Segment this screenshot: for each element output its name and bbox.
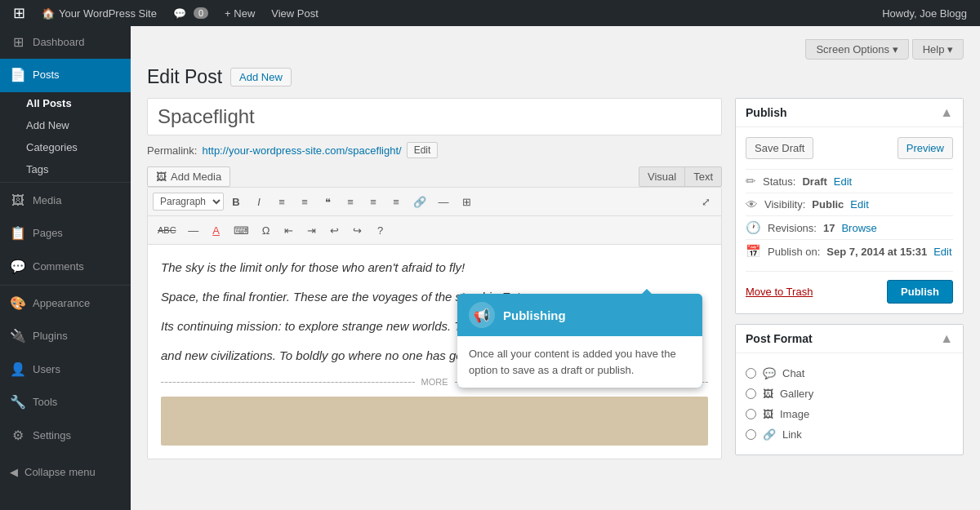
indent-button[interactable]: ⇥ bbox=[301, 220, 323, 241]
format-radio-gallery[interactable] bbox=[746, 388, 756, 399]
comments-link[interactable]: 💬 0 bbox=[167, 0, 215, 26]
sidebar-item-tools[interactable]: 🔧 Tools bbox=[0, 386, 131, 419]
editor-area: Permalink: http://your-wordpress-site.co… bbox=[147, 98, 722, 459]
screen-options-button[interactable]: Screen Options ▾ bbox=[805, 39, 908, 60]
format-option-link: 🔗 Link bbox=[746, 424, 953, 445]
more-button[interactable]: — bbox=[433, 191, 454, 212]
site-name-link[interactable]: 🏠 Your WordPress Site bbox=[35, 0, 163, 26]
paragraph-select[interactable]: Paragraph bbox=[153, 193, 224, 211]
format-radio-image[interactable] bbox=[746, 409, 756, 419]
users-icon: 👤 bbox=[10, 361, 26, 379]
format-radio-link[interactable] bbox=[746, 429, 756, 440]
sidebar-item-dashboard[interactable]: ⊞ Dashboard bbox=[0, 26, 131, 59]
comments-sidebar-icon: 💬 bbox=[10, 258, 26, 276]
tooltip-title: Publishing bbox=[503, 308, 566, 322]
sidebar-item-appearance[interactable]: 🎨 Appearance bbox=[0, 287, 131, 320]
permalink-label: Permalink: bbox=[147, 144, 197, 157]
fullscreen-button[interactable]: ⤢ bbox=[695, 191, 716, 212]
view-post-link[interactable]: View Post bbox=[265, 0, 325, 26]
tools-icon: 🔧 bbox=[10, 393, 26, 411]
revisions-icon: 🕐 bbox=[746, 220, 761, 235]
screen-options-bar: Screen Options ▾ Help ▾ bbox=[147, 39, 964, 60]
italic-button[interactable]: I bbox=[248, 191, 270, 212]
align-right-button[interactable]: ≡ bbox=[385, 191, 407, 212]
format-metabox-header[interactable]: Post Format ▲ bbox=[736, 325, 963, 353]
visibility-row: 👁 Visibility: Public Edit bbox=[746, 193, 953, 215]
format-gallery-icon: 🖼 bbox=[763, 388, 773, 400]
undo-button[interactable]: ↩ bbox=[324, 220, 345, 241]
revisions-browse-link[interactable]: Browse bbox=[841, 222, 876, 234]
sidebar-item-settings[interactable]: ⚙ Settings bbox=[0, 419, 131, 452]
visual-text-tabs: Visual Text bbox=[639, 166, 722, 187]
home-icon: 🏠 bbox=[42, 7, 55, 20]
unordered-list-button[interactable]: ≡ bbox=[271, 191, 292, 212]
status-value: Draft bbox=[802, 175, 826, 188]
format-chat-icon: 💬 bbox=[763, 367, 776, 379]
paste-text-button[interactable]: ⌨ bbox=[229, 220, 254, 241]
visibility-edit-link[interactable]: Edit bbox=[850, 198, 868, 211]
calendar-icon: 📅 bbox=[746, 244, 761, 259]
format-metabox-title: Post Format bbox=[746, 332, 813, 345]
help-editor-button[interactable]: ? bbox=[370, 220, 391, 241]
sidebar-subitem-tags[interactable]: Tags bbox=[0, 158, 131, 180]
strikethrough-button[interactable]: ABC bbox=[153, 220, 181, 241]
format-toggle-icon: ▲ bbox=[940, 331, 953, 346]
layout: ⊞ Dashboard 📄 Posts All Posts Add New Ca… bbox=[0, 26, 980, 510]
sidebar-item-media[interactable]: 🖼 Media bbox=[0, 184, 131, 217]
text-color-button[interactable]: A bbox=[206, 220, 227, 241]
new-content-link[interactable]: + New bbox=[218, 0, 261, 26]
help-button[interactable]: Help ▾ bbox=[912, 39, 964, 60]
admin-bar: ⊞ 🏠 Your WordPress Site 💬 0 + New View P… bbox=[0, 0, 980, 26]
sidebar-subitem-categories[interactable]: Categories bbox=[0, 136, 131, 158]
collapse-icon: ◀ bbox=[10, 466, 18, 478]
move-to-trash-button[interactable]: Move to Trash bbox=[746, 286, 813, 298]
ordered-list-button[interactable]: ≡ bbox=[294, 191, 315, 212]
sidebar-item-users[interactable]: 👤 Users bbox=[0, 353, 131, 386]
status-icon: ✏ bbox=[746, 174, 756, 188]
publish-actions-top: Save Draft Preview bbox=[746, 137, 953, 159]
sidebar-item-pages[interactable]: 📋 Pages bbox=[0, 217, 131, 250]
settings-icon: ⚙ bbox=[10, 427, 26, 445]
permalink-edit-button[interactable]: Edit bbox=[407, 142, 439, 158]
outdent-button[interactable]: ⇤ bbox=[278, 220, 300, 241]
toolbar-toggle-button[interactable]: ⊞ bbox=[456, 191, 477, 212]
pages-icon: 📋 bbox=[10, 224, 26, 242]
blockquote-button[interactable]: ❝ bbox=[317, 191, 338, 212]
bold-button[interactable]: B bbox=[225, 191, 247, 212]
redo-button[interactable]: ↪ bbox=[347, 220, 368, 241]
add-new-button[interactable]: Add New bbox=[230, 68, 292, 86]
collapse-menu[interactable]: ◀ Collapse menu bbox=[0, 459, 131, 486]
publish-on-value: Sep 7, 2014 at 15:31 bbox=[826, 246, 927, 258]
publish-metabox-header[interactable]: Publish ▲ bbox=[736, 99, 963, 127]
horizontal-rule-button[interactable]: — bbox=[183, 220, 204, 241]
add-media-button[interactable]: 🖼 Add Media bbox=[147, 166, 230, 187]
format-option-image: 🖼 Image bbox=[746, 404, 953, 424]
sidebar-subitem-add-new[interactable]: Add New bbox=[0, 114, 131, 136]
link-button[interactable]: 🔗 bbox=[408, 191, 431, 212]
align-left-button[interactable]: ≡ bbox=[340, 191, 361, 212]
comment-icon: 💬 bbox=[173, 7, 186, 20]
sidebar-subitem-all-posts[interactable]: All Posts bbox=[0, 92, 131, 114]
content-area: Permalink: http://your-wordpress-site.co… bbox=[147, 98, 964, 465]
publish-button[interactable]: Publish bbox=[887, 280, 953, 304]
format-radio-chat[interactable] bbox=[746, 368, 756, 379]
revisions-value: 17 bbox=[823, 222, 835, 234]
status-row: ✏ Status: Draft Edit bbox=[746, 169, 953, 193]
sidebar-item-comments[interactable]: 💬 Comments bbox=[0, 251, 131, 283]
featured-image-placeholder bbox=[161, 397, 708, 446]
tab-text[interactable]: Text bbox=[684, 166, 722, 187]
status-edit-link[interactable]: Edit bbox=[834, 175, 852, 188]
post-title-input[interactable] bbox=[147, 98, 722, 135]
posts-icon: 📄 bbox=[10, 66, 26, 84]
sidebar-item-posts[interactable]: 📄 Posts bbox=[0, 59, 131, 91]
tab-visual[interactable]: Visual bbox=[639, 166, 685, 187]
save-draft-button[interactable]: Save Draft bbox=[746, 137, 813, 159]
revisions-row: 🕐 Revisions: 17 Browse bbox=[746, 215, 953, 239]
preview-button[interactable]: Preview bbox=[898, 137, 953, 159]
special-char-button[interactable]: Ω bbox=[256, 220, 277, 241]
sidebar-item-plugins[interactable]: 🔌 Plugins bbox=[0, 320, 131, 353]
publish-on-edit-link[interactable]: Edit bbox=[933, 246, 951, 258]
wp-logo-icon[interactable]: ⊞ bbox=[7, 0, 32, 26]
align-center-button[interactable]: ≡ bbox=[363, 191, 384, 212]
permalink-url[interactable]: http://your-wordpress-site.com/spaceflig… bbox=[202, 144, 401, 157]
